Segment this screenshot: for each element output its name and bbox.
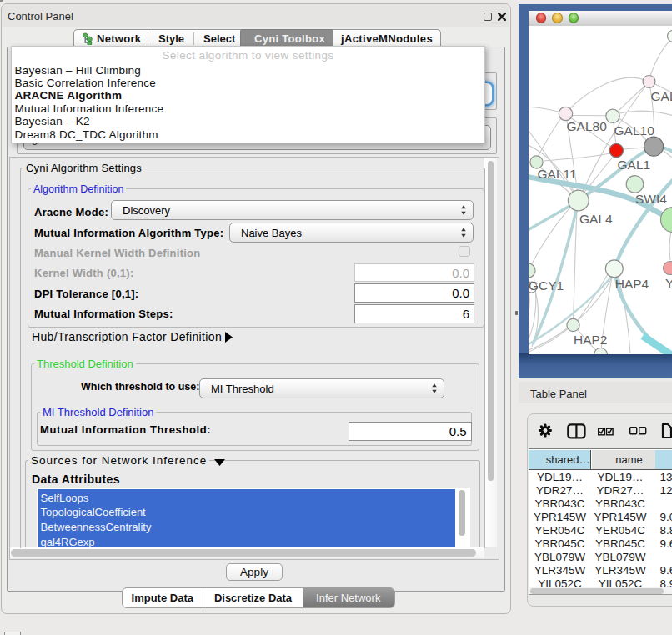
svg-text:GCY1: GCY1: [529, 278, 564, 292]
svg-text:GAL1: GAL1: [617, 157, 650, 171]
svg-text:GAL2: GAL2: [650, 89, 672, 103]
svg-text:GAL11: GAL11: [537, 167, 576, 181]
svg-text:HAP2: HAP2: [574, 332, 608, 346]
svg-text:GAL80: GAL80: [566, 119, 607, 133]
svg-text:GAL10: GAL10: [614, 122, 654, 137]
svg-text:SWI4: SWI4: [635, 191, 667, 205]
svg-text:Y: Y: [665, 275, 672, 289]
svg-text:GAL4: GAL4: [579, 211, 613, 225]
svg-text:HAP4: HAP4: [614, 277, 649, 291]
